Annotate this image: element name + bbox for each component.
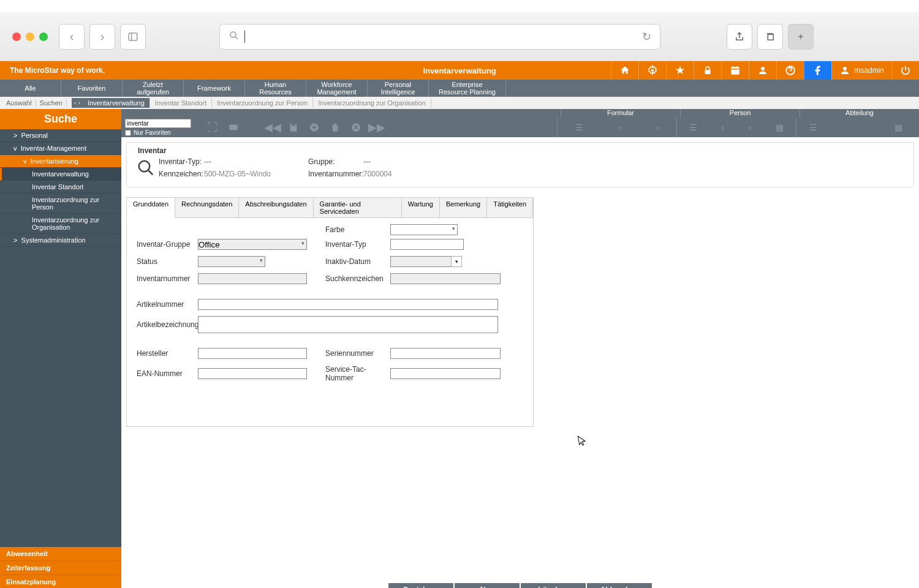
val-kennzeichen: 500-MZG-05~Windo	[204, 170, 308, 178]
input-seriennummer[interactable]	[390, 348, 501, 359]
speichern-button[interactable]: Speichern	[388, 583, 453, 588]
date-picker-icon[interactable]: ▾	[451, 256, 462, 267]
home-icon[interactable]	[611, 61, 638, 80]
nav-hr[interactable]: Human Resources	[245, 80, 306, 97]
input-suchkennzeichen[interactable]	[390, 273, 501, 284]
calendar-icon[interactable]	[721, 61, 749, 80]
nav-pi[interactable]: Personal Intelligence	[368, 80, 429, 97]
new-tab-button[interactable]: +	[788, 24, 814, 50]
next-icon[interactable]: ›	[656, 123, 659, 132]
cancel-icon[interactable]	[346, 119, 366, 136]
nav-wfm[interactable]: Workforce Management	[306, 80, 368, 97]
input-farbe[interactable]	[390, 224, 458, 235]
input-service-tac[interactable]	[390, 368, 501, 379]
input-inventar-typ[interactable]	[390, 239, 464, 250]
tree-inventarisierung[interactable]: v Inventarisierung	[0, 155, 121, 168]
tab-rechnungsdaten[interactable]: Rechnungsdaten	[175, 198, 239, 217]
list-icon[interactable]: ☰	[809, 123, 817, 132]
sidebar-toggle-button[interactable]	[120, 24, 146, 50]
tab-wartung[interactable]: Wartung	[402, 198, 440, 217]
crumb-tab-1[interactable]: Inventar Standort	[150, 98, 212, 108]
crumb-tab-2[interactable]: Inventarzuordnung zur Person	[212, 98, 313, 108]
next-icon[interactable]: ›	[749, 123, 752, 132]
tree-inv-person[interactable]: Inventarzuordnung zur Person	[0, 194, 121, 214]
url-bar[interactable]: ↻	[219, 24, 660, 50]
ctx-person-label: Person	[680, 109, 800, 118]
tree-inv-org[interactable]: Inventarzuordnung zur Organisation	[0, 214, 121, 234]
tabs-button[interactable]	[757, 24, 783, 50]
crumb-tab-3[interactable]: Inventarzuordnung zur Organisation	[313, 98, 431, 108]
input-inventarnummer[interactable]	[198, 273, 307, 284]
tree-inventar-mgmt[interactable]: v Inventar-Management	[0, 142, 121, 155]
accord-zeiterfassung[interactable]: Zeiterfassung	[0, 561, 121, 575]
rewind-icon[interactable]: ◀◀	[262, 119, 283, 136]
input-inaktiv-datum[interactable]	[390, 256, 452, 267]
tab-grunddaten[interactable]: Grunddaten	[127, 198, 175, 218]
tab-bemerkung[interactable]: Bemerkung	[440, 198, 487, 217]
tab-garantie[interactable]: Garantie- und Servicedaten	[314, 198, 402, 217]
input-status[interactable]	[198, 256, 265, 267]
nav-favoriten[interactable]: Favoriten	[61, 80, 123, 97]
facebook-icon[interactable]	[804, 61, 831, 80]
loeschen-button[interactable]: Löschen	[521, 583, 586, 588]
tree-inventarverwaltung[interactable]: Inventarverwaltung	[0, 168, 121, 181]
tab-abschreibungsdaten[interactable]: Abschreibungsdaten	[239, 198, 313, 217]
input-artikelbezeichnung[interactable]	[198, 316, 498, 333]
crumb-tab-0[interactable]: Inventarverwaltung	[83, 98, 150, 108]
accord-einsatzplanung[interactable]: Einsatzplanung	[0, 575, 121, 588]
tab-taetigkeiten[interactable]: Tätigkeiten	[487, 198, 533, 217]
grid-icon[interactable]: ▦	[894, 123, 902, 132]
input-artikelnummer[interactable]	[198, 299, 498, 310]
abbrechen-button[interactable]: Abbrechen	[587, 583, 652, 588]
grid-icon[interactable]: ▦	[776, 123, 784, 132]
nav-zuletzt[interactable]: Zuletzt aufgerufen	[123, 80, 184, 97]
maximize-window-icon[interactable]	[39, 32, 48, 41]
accord-abwesenheit[interactable]: Abwesenheit	[0, 547, 121, 561]
prev-icon[interactable]: ‹	[618, 123, 621, 132]
lbl-seriennummer: Seriennummer	[325, 349, 390, 358]
username: msadmin	[854, 66, 884, 75]
crumb-nav-arrows[interactable]: ‹›	[72, 98, 83, 108]
expand-icon[interactable]: ⛶	[202, 119, 223, 136]
reload-icon[interactable]: ↻	[642, 30, 651, 43]
main-nav: Alle Favoriten Zuletzt aufgerufen Framew…	[0, 80, 919, 97]
crumb-suchen[interactable]: Suchen	[36, 99, 67, 107]
magnifier-icon[interactable]	[133, 155, 159, 181]
prev-icon[interactable]: ‹	[721, 123, 724, 132]
crumb-auswahl[interactable]: Auswahl	[2, 99, 36, 107]
svg-point-5	[651, 69, 654, 72]
back-button[interactable]: ‹	[59, 24, 85, 50]
help-icon[interactable]	[776, 61, 804, 80]
user-menu[interactable]: msadmin	[831, 61, 891, 80]
share-button[interactable]	[727, 24, 752, 50]
power-icon[interactable]	[891, 61, 919, 80]
forward-button[interactable]: ›	[89, 24, 115, 50]
forward-icon[interactable]: ▶▶	[366, 119, 387, 136]
ctx-person: ☰‹›▦	[676, 118, 796, 137]
minimize-window-icon[interactable]	[26, 32, 34, 41]
list-icon[interactable]: ☰	[689, 123, 697, 132]
save-icon[interactable]	[283, 119, 304, 136]
svg-rect-7	[732, 67, 739, 74]
input-inventar-gruppe[interactable]	[198, 239, 307, 250]
star-icon[interactable]	[666, 61, 694, 80]
card-icon[interactable]	[223, 119, 244, 136]
nur-favoriten-checkbox[interactable]: Nur Favoriten	[125, 129, 191, 136]
delete-icon[interactable]	[325, 119, 346, 136]
close-window-icon[interactable]	[12, 32, 21, 41]
input-ean-nummer[interactable]	[198, 368, 307, 379]
toolbar-search-input[interactable]	[125, 119, 191, 128]
nav-framework[interactable]: Framework	[184, 80, 245, 97]
tree-sysadmin[interactable]: > Systemadministration	[0, 234, 121, 247]
tree-personal[interactable]: > Personal	[0, 129, 121, 142]
input-hersteller[interactable]	[198, 348, 307, 359]
add-icon[interactable]	[304, 119, 325, 136]
list-icon[interactable]: ☰	[575, 123, 583, 132]
users-icon[interactable]	[749, 61, 776, 80]
lock-icon[interactable]	[694, 61, 721, 80]
nav-erp[interactable]: Enterprise Resource Planning	[429, 80, 506, 97]
nav-alle[interactable]: Alle	[0, 80, 61, 97]
neu-button[interactable]: Neu	[455, 583, 520, 588]
gear-icon[interactable]	[638, 61, 666, 80]
tree-inventar-standort[interactable]: Inventar Standort	[0, 181, 121, 194]
